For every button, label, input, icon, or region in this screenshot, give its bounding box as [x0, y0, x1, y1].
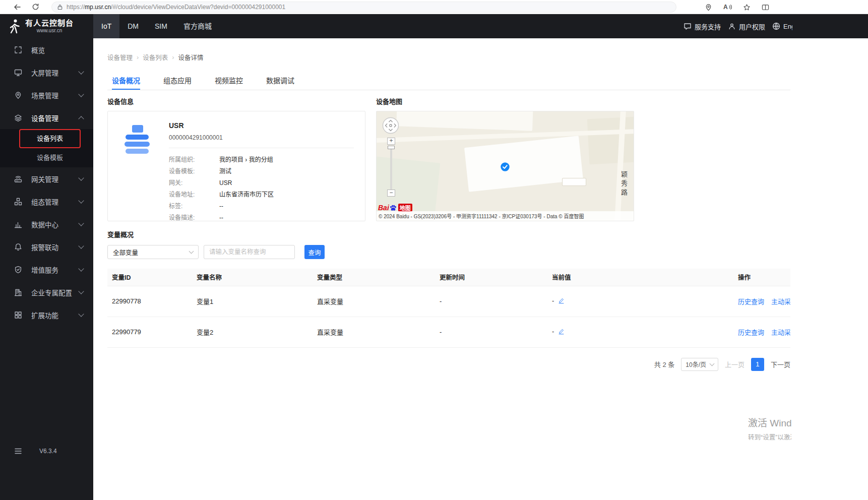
zoom-slider-handle[interactable]: [388, 146, 395, 149]
active-collect-link[interactable]: 主动采集: [771, 298, 790, 305]
baidu-map-tag: 地图: [398, 204, 412, 212]
chevron-down-icon: [78, 175, 84, 180]
sidebar-item-extension[interactable]: 扩展功能: [0, 303, 93, 326]
topnav-english[interactable]: English: [772, 22, 792, 30]
topnav-support-label: 服务支持: [695, 22, 721, 31]
app-logo[interactable]: 有人云控制台 www.usr.cn: [0, 14, 93, 38]
sidebar-item-label: 设备管理: [31, 113, 58, 123]
sidebar-item-screen[interactable]: 大屏管理: [0, 61, 93, 84]
active-collect-link[interactable]: 主动采集: [771, 329, 790, 336]
sidebar-item-enterprise[interactable]: 企业专属配置: [0, 281, 93, 303]
variable-search-input[interactable]: [204, 245, 295, 259]
back-icon[interactable]: [13, 3, 21, 11]
edit-icon[interactable]: [558, 297, 565, 305]
variable-type-select[interactable]: 全部变量: [107, 245, 199, 259]
module-tab-sim[interactable]: SIM: [147, 14, 175, 38]
favorites-star-icon[interactable]: [743, 4, 751, 11]
chevron-down-icon: [78, 91, 84, 97]
browser-action-icons: A: [705, 0, 769, 14]
module-tab-mall[interactable]: 官方商城: [175, 14, 220, 38]
zoom-out-button[interactable]: −: [387, 190, 395, 197]
breadcrumb-item[interactable]: 设备列表: [143, 52, 168, 62]
sidebar-item-scene[interactable]: 场景管理: [0, 84, 93, 106]
current-value-cell: -: [547, 286, 733, 317]
history-query-link[interactable]: 历史查询: [738, 298, 764, 305]
screen-icon: [14, 69, 22, 77]
tab-overview[interactable]: 设备概况: [112, 73, 140, 90]
browser-toolbar: https://mp.usr.cn/#/cloud/device/ViewDev…: [0, 0, 868, 14]
device-location-pin[interactable]: [500, 161, 511, 174]
device-field: 网关:USR: [169, 177, 354, 189]
usr-logo-icon: [7, 19, 21, 34]
tab-debug[interactable]: 数据调试: [266, 73, 294, 90]
main-content: 设备管理›设备列表›设备详情 设备概况组态应用视频监控数据调试 设备信息: [93, 38, 868, 500]
history-query-link[interactable]: 历史查询: [738, 329, 764, 336]
search-button[interactable]: 查询: [304, 245, 325, 259]
breadcrumb-item[interactable]: 设备管理: [107, 52, 133, 62]
module-tab-dm[interactable]: DM: [119, 14, 147, 38]
device-field: 设备地址:山东省济南市历下区: [169, 189, 354, 201]
table-header-cell: 变量名称: [192, 269, 313, 286]
sidebar-item-label: 报警联动: [31, 242, 58, 252]
chevron-down-icon: [189, 249, 194, 254]
shield-user-icon: [728, 22, 736, 30]
table-header-cell: 当前值: [547, 269, 733, 286]
topnav-permissions[interactable]: 用户权限: [728, 22, 765, 31]
variable-type-cell: 直采变量: [313, 286, 435, 317]
device-field-value: --: [219, 212, 223, 224]
sidebar-item-label: 数据中心: [31, 219, 58, 229]
baidu-paw-icon: [390, 205, 397, 211]
url-scheme: https://: [67, 4, 85, 11]
chevron-down-icon: [78, 198, 84, 203]
zoom-in-button[interactable]: +: [387, 138, 395, 145]
enterprise-icon: [14, 288, 22, 296]
address-bar[interactable]: https://mp.usr.cn/#/cloud/device/ViewDev…: [51, 2, 676, 13]
sidebar-item-gateway[interactable]: 网关管理: [0, 167, 93, 190]
current-page-button[interactable]: 1: [751, 358, 764, 371]
prev-page-button[interactable]: 上一页: [725, 359, 745, 369]
breadcrumb-separator: ›: [137, 54, 139, 61]
sidebar-item-alarm[interactable]: 报警联动: [0, 235, 93, 258]
read-aloud-icon[interactable]: A: [723, 4, 732, 11]
sidebar-item-label: 场景管理: [31, 90, 58, 100]
location-icon[interactable]: [705, 4, 712, 11]
value-icon: [14, 266, 22, 274]
device-info-card: USR 0000004291000001 所属组织:我的项目 › 我的分组设备模…: [107, 111, 365, 221]
edit-icon[interactable]: [558, 328, 565, 336]
tab-video[interactable]: 视频监控: [215, 73, 243, 90]
chevron-down-icon: [78, 288, 84, 294]
page-size-select[interactable]: 10条/页: [681, 358, 718, 371]
next-page-button[interactable]: 下一页: [771, 359, 790, 369]
device-map[interactable]: + − 颖秀路 Bai: [376, 111, 634, 221]
map-pan-control[interactable]: [382, 117, 399, 136]
sidebar-item-value[interactable]: 增值服务: [0, 258, 93, 281]
globe-icon: [772, 22, 780, 30]
sidebar-item-label: 概览: [31, 45, 45, 55]
sidebar-item-data[interactable]: 数据中心: [0, 213, 93, 235]
topnav-support[interactable]: 服务支持: [684, 22, 721, 31]
refresh-icon[interactable]: [32, 3, 39, 11]
url-text: https://mp.usr.cn/#/cloud/device/ViewDev…: [67, 4, 285, 11]
split-screen-icon[interactable]: [762, 4, 769, 11]
sidebar-item-device[interactable]: 设备管理: [0, 106, 93, 129]
device-field: 所属组织:我的项目 › 我的分组: [169, 154, 354, 166]
screen: https://mp.usr.cn/#/cloud/device/ViewDev…: [0, 0, 868, 500]
alarm-icon: [14, 243, 22, 251]
sidebar-subitem-device-list[interactable]: 设备列表: [19, 129, 81, 148]
device-field-label: 设备模板:: [169, 166, 219, 177]
zoom-slider-track[interactable]: [390, 149, 392, 190]
module-tab-iot[interactable]: IoT: [93, 14, 119, 38]
menu-icon[interactable]: [14, 448, 22, 455]
variable-filter-row: 全部变量 查询: [107, 245, 868, 259]
device-field-label: 标签:: [169, 201, 219, 212]
sidebar-item-label: 网关管理: [31, 174, 58, 184]
sidebar-item-config[interactable]: 组态管理: [0, 190, 93, 213]
map-block: [587, 116, 634, 165]
device-field-label: 网关:: [169, 177, 219, 189]
tab-configuration[interactable]: 组态应用: [163, 73, 192, 90]
chevron-down-icon: [78, 311, 84, 317]
sidebar-subitem-device-template[interactable]: 设备模板: [19, 148, 81, 167]
sidebar-item-overview[interactable]: 概览: [0, 38, 93, 61]
street-label: 颖秀路: [619, 171, 629, 198]
gateway-icon: [14, 175, 22, 183]
